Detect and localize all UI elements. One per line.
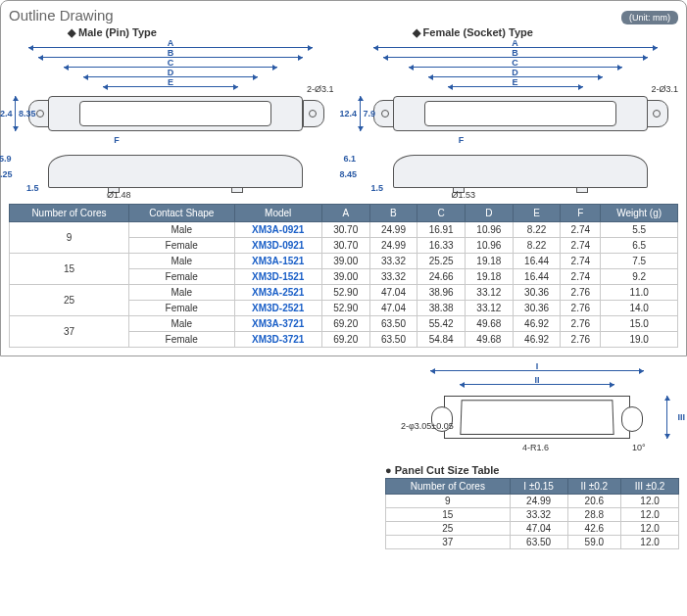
cell-b: 63.50 xyxy=(369,332,417,348)
table-row: 924.9920.612.0 xyxy=(386,495,679,508)
th-c: C xyxy=(417,205,466,222)
cell-cores: 37 xyxy=(386,536,511,549)
cell-a: 39.00 xyxy=(321,254,369,269)
cell-model: XM3A-2521 xyxy=(234,285,321,301)
cell-i: 47.04 xyxy=(510,522,567,536)
spec-header-row: Number of Cores Contact Shape Model A B … xyxy=(10,205,678,222)
spec-table: Number of Cores Contact Shape Model A B … xyxy=(9,204,678,348)
panel-angle: 10° xyxy=(632,443,646,452)
female-drawing: Female (Socket) Type A B C D E 2-Ø3.1 12… xyxy=(354,26,679,198)
cell-d: 19.18 xyxy=(466,269,514,285)
cell-b: 63.50 xyxy=(369,316,417,332)
cell-f: 2.76 xyxy=(561,316,601,332)
cell-d: 10.96 xyxy=(466,238,514,254)
cell-d: 19.18 xyxy=(466,254,514,269)
cell-iii: 12.0 xyxy=(621,495,679,508)
hole-spec: 2-Ø3.1 xyxy=(307,84,334,94)
cell-d: 33.12 xyxy=(466,285,514,301)
cell-b: 33.32 xyxy=(369,254,417,269)
cell-weight: 6.5 xyxy=(601,238,678,254)
cell-c: 24.66 xyxy=(417,269,466,285)
cell-c: 55.42 xyxy=(417,316,466,332)
cell-weight: 9.2 xyxy=(601,269,678,285)
pin-dia: Ø1.53 xyxy=(452,190,476,200)
table-row: 37MaleXM3A-372169.2063.5055.4249.6846.92… xyxy=(10,316,678,332)
cell-a: 30.70 xyxy=(321,222,369,238)
cell-a: 30.70 xyxy=(321,238,369,254)
cell-weight: 11.0 xyxy=(601,285,678,301)
cell-shape: Female xyxy=(128,301,234,316)
cell-e: 8.22 xyxy=(513,222,561,238)
cell-a: 69.20 xyxy=(321,332,369,348)
title-row: Outline Drawing (Unit: mm) xyxy=(9,7,678,24)
cell-model: XM3A-3721 xyxy=(234,316,321,332)
cell-f: 2.74 xyxy=(561,222,601,238)
dim-v1: 12.4 xyxy=(340,109,358,118)
th-model: Model xyxy=(234,205,321,222)
cell-f: 2.74 xyxy=(561,254,601,269)
dim-f: F xyxy=(114,135,120,145)
dim-v2: 7.9 xyxy=(364,109,376,118)
side-v2: 8.25 xyxy=(0,169,13,179)
cell-f: 2.76 xyxy=(561,285,601,301)
dim-d: D xyxy=(168,68,174,77)
dim-c: C xyxy=(168,58,174,68)
dim-iii: III xyxy=(677,412,685,422)
pin-dia: Ø1.48 xyxy=(107,190,131,200)
th-b: B xyxy=(369,205,417,222)
side-v1: 5.9 xyxy=(0,154,12,164)
cell-f: 2.76 xyxy=(561,332,601,348)
table-row: 9MaleXM3A-092130.7024.9916.9110.968.222.… xyxy=(10,222,678,238)
dim-a: A xyxy=(168,38,174,48)
side-v1: 6.1 xyxy=(344,154,357,164)
table-row: 2547.0442.612.0 xyxy=(386,522,679,536)
cell-model: XM3D-1521 xyxy=(234,269,321,285)
cell-e: 16.44 xyxy=(513,269,561,285)
cell-i: 24.99 xyxy=(510,495,567,508)
th-weight: Weight (g) xyxy=(601,205,678,222)
cell-c: 16.91 xyxy=(417,222,466,238)
cell-cores: 9 xyxy=(386,495,511,508)
th-shape: Contact Shape xyxy=(128,205,234,222)
cell-weight: 5.5 xyxy=(601,222,678,238)
dim-e: E xyxy=(512,77,517,87)
cell-ii: 20.6 xyxy=(567,495,621,508)
th-f: F xyxy=(561,205,601,222)
cell-model: XM3D-3721 xyxy=(234,332,321,348)
cell-model: XM3D-2521 xyxy=(234,301,321,316)
cell-shape: Female xyxy=(128,332,234,348)
dim-e: E xyxy=(168,77,173,87)
cell-iii: 12.0 xyxy=(621,536,679,549)
side-v3: 1.5 xyxy=(26,183,39,193)
table-row: 1533.3228.812.0 xyxy=(386,508,679,522)
th-cores: Number of Cores xyxy=(10,205,129,222)
cell-ii: 59.0 xyxy=(567,536,621,549)
cell-c: 16.33 xyxy=(417,238,466,254)
th-a: A xyxy=(321,205,369,222)
th-d: D xyxy=(466,205,514,222)
cell-weight: 19.0 xyxy=(601,332,678,348)
cell-cores: 15 xyxy=(10,254,129,285)
pth-cores: Number of Cores xyxy=(386,479,511,495)
side-view xyxy=(393,155,648,188)
dim-v2: 8.35 xyxy=(19,109,36,118)
cell-e: 30.36 xyxy=(513,301,561,316)
cell-model: XM3A-1521 xyxy=(234,254,321,269)
panel-radius: 4-R1.6 xyxy=(522,443,549,452)
dim-b: B xyxy=(168,48,174,58)
side-v2: 8.45 xyxy=(340,169,358,179)
table-row: 3763.5059.012.0 xyxy=(386,536,679,549)
cell-shape: Male xyxy=(128,285,234,301)
mount-hole-left xyxy=(36,110,44,118)
cell-iii: 12.0 xyxy=(621,508,679,522)
panel-cut-drawing: I II 2-φ3.05±0.05 4-R1.6 10° III xyxy=(405,362,679,460)
cell-iii: 12.0 xyxy=(621,522,679,536)
cell-cores: 9 xyxy=(10,222,129,254)
dim-b: B xyxy=(512,48,518,58)
table-row: 25MaleXM3A-252152.9047.0438.9633.1230.36… xyxy=(10,285,678,301)
cell-c: 54.84 xyxy=(417,332,466,348)
cell-shape: Male xyxy=(128,316,234,332)
pth-iii: III ±0.2 xyxy=(621,479,679,495)
cell-b: 33.32 xyxy=(369,269,417,285)
table-row: 15MaleXM3A-152139.0033.3225.2519.1816.44… xyxy=(10,254,678,269)
